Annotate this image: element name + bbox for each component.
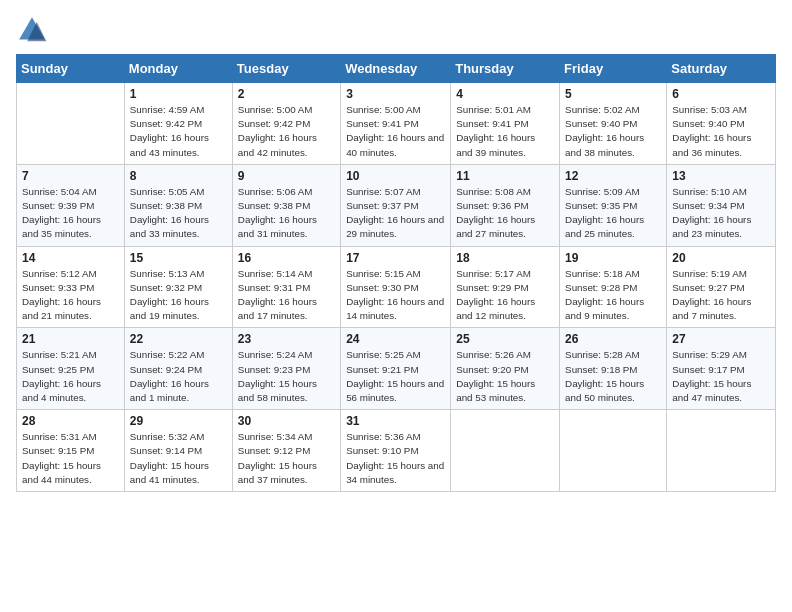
calendar-cell: 8Sunrise: 5:05 AM Sunset: 9:38 PM Daylig… bbox=[124, 164, 232, 246]
day-number: 13 bbox=[672, 169, 770, 183]
day-number: 11 bbox=[456, 169, 554, 183]
day-info: Sunrise: 5:06 AM Sunset: 9:38 PM Dayligh… bbox=[238, 185, 335, 242]
calendar-cell bbox=[17, 83, 125, 165]
calendar-cell: 19Sunrise: 5:18 AM Sunset: 9:28 PM Dayli… bbox=[560, 246, 667, 328]
day-number: 8 bbox=[130, 169, 227, 183]
day-number: 22 bbox=[130, 332, 227, 346]
day-info: Sunrise: 5:29 AM Sunset: 9:17 PM Dayligh… bbox=[672, 348, 770, 405]
col-header-wednesday: Wednesday bbox=[341, 55, 451, 83]
day-info: Sunrise: 5:21 AM Sunset: 9:25 PM Dayligh… bbox=[22, 348, 119, 405]
day-info: Sunrise: 5:19 AM Sunset: 9:27 PM Dayligh… bbox=[672, 267, 770, 324]
day-number: 23 bbox=[238, 332, 335, 346]
day-info: Sunrise: 5:25 AM Sunset: 9:21 PM Dayligh… bbox=[346, 348, 445, 405]
day-info: Sunrise: 5:07 AM Sunset: 9:37 PM Dayligh… bbox=[346, 185, 445, 242]
day-info: Sunrise: 5:13 AM Sunset: 9:32 PM Dayligh… bbox=[130, 267, 227, 324]
day-number: 4 bbox=[456, 87, 554, 101]
calendar-week-3: 14Sunrise: 5:12 AM Sunset: 9:33 PM Dayli… bbox=[17, 246, 776, 328]
header bbox=[16, 10, 776, 46]
day-number: 17 bbox=[346, 251, 445, 265]
day-number: 9 bbox=[238, 169, 335, 183]
day-info: Sunrise: 5:10 AM Sunset: 9:34 PM Dayligh… bbox=[672, 185, 770, 242]
day-number: 14 bbox=[22, 251, 119, 265]
day-info: Sunrise: 5:00 AM Sunset: 9:42 PM Dayligh… bbox=[238, 103, 335, 160]
calendar-cell: 12Sunrise: 5:09 AM Sunset: 9:35 PM Dayli… bbox=[560, 164, 667, 246]
calendar-table: SundayMondayTuesdayWednesdayThursdayFrid… bbox=[16, 54, 776, 492]
logo bbox=[16, 14, 52, 46]
calendar-cell: 26Sunrise: 5:28 AM Sunset: 9:18 PM Dayli… bbox=[560, 328, 667, 410]
calendar-cell: 2Sunrise: 5:00 AM Sunset: 9:42 PM Daylig… bbox=[232, 83, 340, 165]
calendar-week-4: 21Sunrise: 5:21 AM Sunset: 9:25 PM Dayli… bbox=[17, 328, 776, 410]
day-info: Sunrise: 5:32 AM Sunset: 9:14 PM Dayligh… bbox=[130, 430, 227, 487]
day-number: 24 bbox=[346, 332, 445, 346]
day-number: 30 bbox=[238, 414, 335, 428]
calendar-cell: 16Sunrise: 5:14 AM Sunset: 9:31 PM Dayli… bbox=[232, 246, 340, 328]
day-number: 20 bbox=[672, 251, 770, 265]
calendar-cell: 15Sunrise: 5:13 AM Sunset: 9:32 PM Dayli… bbox=[124, 246, 232, 328]
day-number: 27 bbox=[672, 332, 770, 346]
day-info: Sunrise: 5:05 AM Sunset: 9:38 PM Dayligh… bbox=[130, 185, 227, 242]
col-header-monday: Monday bbox=[124, 55, 232, 83]
day-number: 10 bbox=[346, 169, 445, 183]
logo-icon bbox=[16, 14, 48, 46]
calendar-cell: 23Sunrise: 5:24 AM Sunset: 9:23 PM Dayli… bbox=[232, 328, 340, 410]
calendar-cell: 20Sunrise: 5:19 AM Sunset: 9:27 PM Dayli… bbox=[667, 246, 776, 328]
calendar-page: SundayMondayTuesdayWednesdayThursdayFrid… bbox=[0, 0, 792, 612]
calendar-cell: 17Sunrise: 5:15 AM Sunset: 9:30 PM Dayli… bbox=[341, 246, 451, 328]
calendar-week-5: 28Sunrise: 5:31 AM Sunset: 9:15 PM Dayli… bbox=[17, 410, 776, 492]
calendar-cell: 28Sunrise: 5:31 AM Sunset: 9:15 PM Dayli… bbox=[17, 410, 125, 492]
day-info: Sunrise: 5:22 AM Sunset: 9:24 PM Dayligh… bbox=[130, 348, 227, 405]
calendar-week-2: 7Sunrise: 5:04 AM Sunset: 9:39 PM Daylig… bbox=[17, 164, 776, 246]
calendar-cell: 10Sunrise: 5:07 AM Sunset: 9:37 PM Dayli… bbox=[341, 164, 451, 246]
day-info: Sunrise: 5:36 AM Sunset: 9:10 PM Dayligh… bbox=[346, 430, 445, 487]
day-number: 12 bbox=[565, 169, 661, 183]
day-info: Sunrise: 5:02 AM Sunset: 9:40 PM Dayligh… bbox=[565, 103, 661, 160]
calendar-cell: 6Sunrise: 5:03 AM Sunset: 9:40 PM Daylig… bbox=[667, 83, 776, 165]
day-info: Sunrise: 5:26 AM Sunset: 9:20 PM Dayligh… bbox=[456, 348, 554, 405]
day-number: 3 bbox=[346, 87, 445, 101]
day-info: Sunrise: 5:12 AM Sunset: 9:33 PM Dayligh… bbox=[22, 267, 119, 324]
calendar-cell: 13Sunrise: 5:10 AM Sunset: 9:34 PM Dayli… bbox=[667, 164, 776, 246]
day-number: 19 bbox=[565, 251, 661, 265]
calendar-cell: 3Sunrise: 5:00 AM Sunset: 9:41 PM Daylig… bbox=[341, 83, 451, 165]
col-header-thursday: Thursday bbox=[451, 55, 560, 83]
day-info: Sunrise: 5:14 AM Sunset: 9:31 PM Dayligh… bbox=[238, 267, 335, 324]
day-number: 25 bbox=[456, 332, 554, 346]
calendar-cell: 7Sunrise: 5:04 AM Sunset: 9:39 PM Daylig… bbox=[17, 164, 125, 246]
calendar-cell: 30Sunrise: 5:34 AM Sunset: 9:12 PM Dayli… bbox=[232, 410, 340, 492]
day-number: 2 bbox=[238, 87, 335, 101]
day-info: Sunrise: 5:24 AM Sunset: 9:23 PM Dayligh… bbox=[238, 348, 335, 405]
day-info: Sunrise: 5:09 AM Sunset: 9:35 PM Dayligh… bbox=[565, 185, 661, 242]
calendar-cell bbox=[667, 410, 776, 492]
day-info: Sunrise: 5:28 AM Sunset: 9:18 PM Dayligh… bbox=[565, 348, 661, 405]
day-info: Sunrise: 5:15 AM Sunset: 9:30 PM Dayligh… bbox=[346, 267, 445, 324]
calendar-cell: 5Sunrise: 5:02 AM Sunset: 9:40 PM Daylig… bbox=[560, 83, 667, 165]
calendar-cell: 11Sunrise: 5:08 AM Sunset: 9:36 PM Dayli… bbox=[451, 164, 560, 246]
calendar-cell bbox=[451, 410, 560, 492]
col-header-sunday: Sunday bbox=[17, 55, 125, 83]
col-header-friday: Friday bbox=[560, 55, 667, 83]
calendar-cell: 1Sunrise: 4:59 AM Sunset: 9:42 PM Daylig… bbox=[124, 83, 232, 165]
calendar-cell bbox=[560, 410, 667, 492]
day-number: 26 bbox=[565, 332, 661, 346]
calendar-cell: 25Sunrise: 5:26 AM Sunset: 9:20 PM Dayli… bbox=[451, 328, 560, 410]
day-info: Sunrise: 5:34 AM Sunset: 9:12 PM Dayligh… bbox=[238, 430, 335, 487]
day-number: 5 bbox=[565, 87, 661, 101]
day-number: 16 bbox=[238, 251, 335, 265]
day-info: Sunrise: 5:31 AM Sunset: 9:15 PM Dayligh… bbox=[22, 430, 119, 487]
calendar-week-1: 1Sunrise: 4:59 AM Sunset: 9:42 PM Daylig… bbox=[17, 83, 776, 165]
calendar-cell: 24Sunrise: 5:25 AM Sunset: 9:21 PM Dayli… bbox=[341, 328, 451, 410]
col-header-saturday: Saturday bbox=[667, 55, 776, 83]
day-info: Sunrise: 5:08 AM Sunset: 9:36 PM Dayligh… bbox=[456, 185, 554, 242]
day-info: Sunrise: 4:59 AM Sunset: 9:42 PM Dayligh… bbox=[130, 103, 227, 160]
day-number: 28 bbox=[22, 414, 119, 428]
day-info: Sunrise: 5:03 AM Sunset: 9:40 PM Dayligh… bbox=[672, 103, 770, 160]
day-number: 7 bbox=[22, 169, 119, 183]
day-number: 15 bbox=[130, 251, 227, 265]
day-info: Sunrise: 5:00 AM Sunset: 9:41 PM Dayligh… bbox=[346, 103, 445, 160]
calendar-cell: 31Sunrise: 5:36 AM Sunset: 9:10 PM Dayli… bbox=[341, 410, 451, 492]
calendar-cell: 21Sunrise: 5:21 AM Sunset: 9:25 PM Dayli… bbox=[17, 328, 125, 410]
calendar-cell: 22Sunrise: 5:22 AM Sunset: 9:24 PM Dayli… bbox=[124, 328, 232, 410]
day-info: Sunrise: 5:17 AM Sunset: 9:29 PM Dayligh… bbox=[456, 267, 554, 324]
calendar-cell: 29Sunrise: 5:32 AM Sunset: 9:14 PM Dayli… bbox=[124, 410, 232, 492]
day-info: Sunrise: 5:18 AM Sunset: 9:28 PM Dayligh… bbox=[565, 267, 661, 324]
